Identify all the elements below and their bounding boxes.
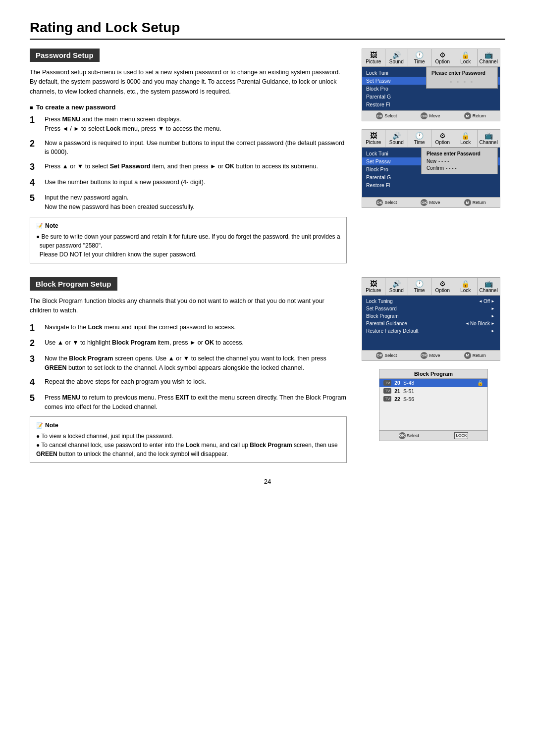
step-1: 1 Press MENU and the main menu screen di… (30, 115, 347, 134)
step-5-content: Input the new password again. Now the ne… (45, 193, 347, 212)
channel-name-22: S-56 (403, 396, 414, 402)
tab-lock: 🔒Lock (454, 49, 478, 66)
tab-channel-3: 📺Channel (478, 278, 500, 295)
channel-list-panel: Block Program TV 20 S-48 🔒 TV 21 S-51 TV… (379, 369, 488, 441)
password-steps: 1 Press MENU and the main menu screen di… (30, 115, 347, 212)
block-step-4-content: Repeat the above steps for each program … (45, 377, 347, 388)
password-section-title: Password Setup (30, 49, 100, 62)
tab-option-2: ⚙Option (431, 130, 455, 147)
tab-time-3: 🕐Time (408, 278, 431, 295)
new-dots: - - - - (438, 158, 449, 164)
block-note: Note ● To view a locked channel, just in… (30, 416, 347, 463)
ok-btn-6: OK (421, 352, 428, 359)
channel-num-21: 21 (394, 388, 400, 394)
ok-btn-3: OK (376, 199, 383, 206)
step-3: 3 Press ▲ or ▼ to select Set Password it… (30, 162, 347, 173)
step-2-content: Now a password is required to input. Use… (45, 139, 347, 157)
step-num-3: 3 (30, 162, 39, 173)
tab-channel-2: 📺Channel (478, 130, 500, 147)
menu-row-lock-tuning: Lock Tuning ◄ Off ► (362, 298, 500, 305)
tv-body-2: Lock Tuni Set Passw Block Pro Parental G… (362, 148, 500, 197)
arrow-right-lock: ► (491, 299, 495, 303)
menu-row-set-password: Set Password ► (362, 305, 500, 312)
create-password-title: To create a new password (30, 103, 347, 111)
footer-return-2: M Return (464, 199, 486, 206)
channel-num-20: 20 (394, 380, 400, 386)
step-4-content: Use the number buttons to input a new pa… (45, 178, 347, 189)
footer-move-3: OK Move (421, 352, 440, 359)
tab-time: 🕐Time (408, 49, 431, 66)
step-num-5: 5 (30, 193, 39, 212)
row-label-set-password: Set Password (366, 306, 490, 311)
tv-badge-21: TV (383, 388, 391, 394)
channel-item-21: TV 21 S-51 (379, 387, 487, 395)
new-label: New (427, 158, 436, 164)
tab-sound-3: 🔊Sound (385, 278, 409, 295)
note-title-2: Note (36, 421, 340, 430)
menu-row-block-program: Block Program ► (362, 312, 500, 320)
menu-restore: Restore Fl (362, 101, 500, 108)
tv-panel-3: 🖼Picture 🔊Sound 🕐Time ⚙Option 🔒Lock 📺Cha… (362, 277, 500, 361)
channel-footer: OK Select LOCK (379, 430, 487, 441)
tab-time-2: 🕐Time (408, 130, 431, 147)
ok-btn-4: OK (421, 199, 428, 206)
password-dialog-1: Please enter Password - - - - (426, 67, 498, 89)
note-text-1: ● Be sure to write down your password an… (36, 232, 340, 259)
tab-channel: 📺Channel (478, 49, 500, 66)
tv-panel-2: 🖼Picture 🔊Sound 🕐Time ⚙Option 🔒Lock 📺Cha… (362, 129, 500, 208)
ok-btn-1: OK (376, 112, 383, 119)
footer-select-1: OK Select (376, 112, 397, 119)
confirm-label: Confirm (427, 165, 444, 171)
note-title-1: Note (36, 221, 340, 230)
step-5: 5 Input the new password again. Now the … (30, 193, 347, 212)
arrow-right-restore: ► (491, 329, 495, 333)
lock-icon-20: 🔒 (477, 380, 483, 386)
tv-header-1: 🖼Picture 🔊Sound 🕐Time ⚙Option 🔒Lock 📺Cha… (362, 49, 500, 67)
row-label-lock-tuning: Lock Tuning (366, 299, 478, 304)
dialog-title-2: Please enter Password (427, 151, 492, 156)
tab-sound-2: 🔊Sound (385, 130, 409, 147)
row-label-block-program: Block Program (366, 313, 490, 319)
channel-item-20: TV 20 S-48 🔒 (379, 379, 487, 387)
tab-option: ⚙Option (431, 49, 455, 66)
block-step-3-content: Now the Block Program screen opens. Use … (45, 354, 347, 373)
block-step-num-5: 5 (30, 393, 39, 412)
password-note: Note ● Be sure to write down your passwo… (30, 217, 347, 263)
block-step-5-content: Press MENU to return to previous menu. P… (45, 393, 347, 412)
tab-lock-2: 🔒Lock (454, 130, 478, 147)
step-num-4: 4 (30, 178, 39, 189)
block-step-4: 4 Repeat the above steps for each progra… (30, 377, 347, 388)
ok-btn-2: OK (421, 112, 428, 119)
dialog-title-1: Please enter Password (431, 70, 492, 76)
lock-btn-label: LOCK (454, 432, 468, 439)
tab-picture-2: 🖼Picture (362, 130, 385, 147)
tv-footer-2: OK Select OK Move M Return (362, 197, 500, 207)
tab-option-3: ⚙Option (431, 278, 455, 295)
tv-badge-20: TV (383, 380, 391, 386)
channel-footer-ok: OK Select (399, 432, 420, 439)
block-intro: The Block Program function blocks any ch… (30, 297, 347, 316)
step-3-content: Press ▲ or ▼ to select Set Password item… (45, 162, 347, 173)
step-4: 4 Use the number buttons to input a new … (30, 178, 347, 189)
step-1-content: Press MENU and the main menu screen disp… (45, 115, 347, 134)
footer-select-2: OK Select (376, 199, 397, 206)
tab-lock-3: 🔒Lock (454, 278, 478, 295)
tab-picture-3: 🖼Picture (362, 278, 385, 295)
footer-move-2: OK Move (421, 199, 440, 206)
block-step-num-2: 2 (30, 338, 39, 349)
block-step-3: 3 Now the Block Program screen opens. Us… (30, 354, 347, 373)
step-num-1: 1 (30, 115, 39, 134)
val-lock-tuning: Off (483, 299, 490, 304)
tab-sound: 🔊Sound (385, 49, 409, 66)
tv-body-3: Lock Tuning ◄ Off ► Set Password ► Block… (362, 296, 500, 350)
ok-btn-5: OK (376, 352, 383, 359)
block-note-text: ● To view a locked channel, just input t… (36, 432, 340, 458)
footer-return-1: M Return (464, 112, 486, 119)
menu-row-parental: Parental Guidance ◄ No Block ► (362, 320, 500, 327)
channel-panel-title: Block Program (379, 369, 487, 379)
tv-header-2: 🖼Picture 🔊Sound 🕐Time ⚙Option 🔒Lock 📺Cha… (362, 130, 500, 148)
tv-footer-3: OK Select OK Move M Return (362, 350, 500, 360)
block-section-title: Block Program Setup (30, 277, 117, 291)
password-dialog-2: Please enter Password New - - - - Confir… (421, 148, 498, 174)
page-number: 24 (30, 478, 505, 485)
